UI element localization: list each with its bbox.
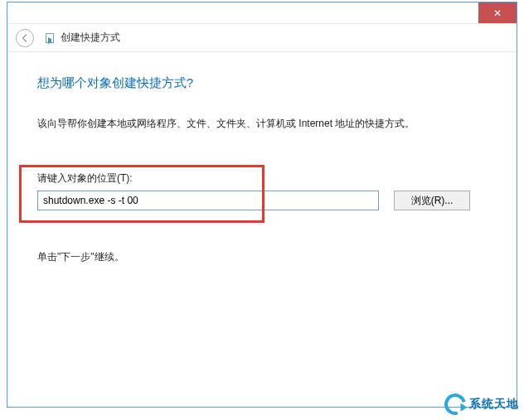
shortcut-wizard-icon (44, 32, 56, 44)
back-arrow-icon (21, 34, 29, 42)
watermark-text: 系统天地 (469, 397, 519, 412)
page-heading: 想为哪个对象创建快捷方式? (37, 75, 487, 91)
location-row: 浏览(R)... (37, 191, 487, 210)
header-bar: 创建快捷方式 (7, 24, 517, 52)
location-label: 请键入对象的位置(T): (37, 171, 487, 186)
wizard-window: ✕ 创建快捷方式 想为哪个对象创建快捷方式? 该向导帮你创建本地或网络程序、文件… (7, 2, 517, 408)
back-button[interactable] (16, 29, 34, 47)
content-area: 想为哪个对象创建快捷方式? 该向导帮你创建本地或网络程序、文件、文件夹、计算机或… (7, 52, 517, 281)
browse-button[interactable]: 浏览(R)... (394, 191, 470, 210)
watermark: 系统天地 (444, 393, 519, 415)
titlebar: ✕ (7, 2, 517, 24)
close-button[interactable]: ✕ (478, 2, 517, 23)
location-input[interactable] (37, 191, 379, 210)
wizard-title: 创建快捷方式 (61, 31, 120, 45)
close-icon: ✕ (493, 7, 502, 19)
continue-hint: 单击"下一步"继续。 (37, 250, 487, 264)
watermark-logo-icon (440, 389, 470, 419)
location-field-area: 请键入对象的位置(T): 浏览(R)... (37, 165, 487, 220)
page-description: 该向导帮你创建本地或网络程序、文件、文件夹、计算机或 Internet 地址的快… (37, 116, 487, 132)
